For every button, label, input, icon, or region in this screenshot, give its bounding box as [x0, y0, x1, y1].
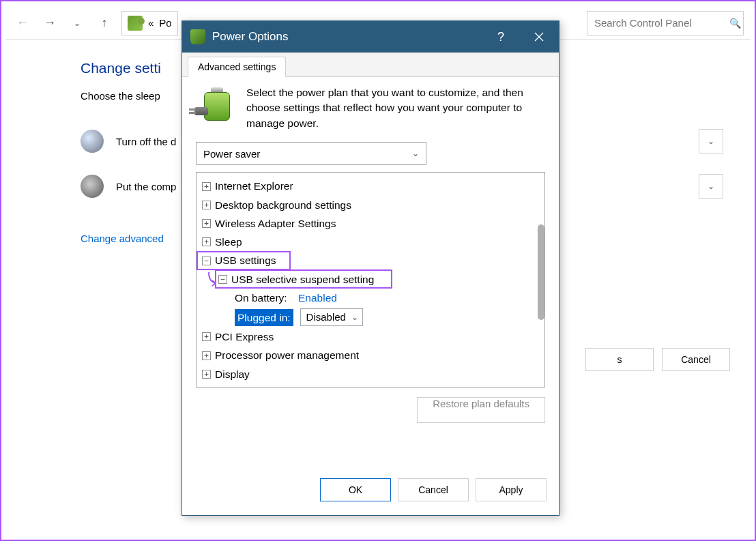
- display-icon: [81, 130, 104, 153]
- chevron-down-icon: ⌄: [412, 149, 419, 158]
- info-text: Select the power plan that you want to c…: [246, 85, 545, 131]
- tab-advanced[interactable]: Advanced settings: [188, 57, 286, 77]
- save-button[interactable]: s: [585, 348, 654, 371]
- dialog-title: Power Options: [212, 30, 478, 44]
- tree-item-usb[interactable]: USB settings: [202, 251, 543, 269]
- titlebar[interactable]: Power Options ?: [182, 21, 559, 53]
- close-button[interactable]: [523, 21, 555, 53]
- restore-row: Restore plan defaults: [196, 397, 545, 423]
- tree-item-plugged-in[interactable]: Plugged in: Disabled ⌄: [235, 307, 543, 327]
- expander-icon[interactable]: [202, 332, 211, 341]
- tree-item-processor[interactable]: Processor power management: [202, 346, 543, 364]
- power-plan-icon: [128, 16, 143, 31]
- dialog-cancel-button[interactable]: Cancel: [398, 478, 469, 501]
- expander-icon[interactable]: [202, 237, 211, 246]
- on-battery-value[interactable]: Enabled: [298, 290, 337, 306]
- moon-icon: [81, 175, 104, 198]
- tree-item-display[interactable]: Display: [202, 365, 543, 383]
- plugged-in-label: Plugged in:: [235, 309, 293, 326]
- settings-tree: Internet Explorer Desktop background set…: [196, 172, 545, 388]
- expander-icon[interactable]: [202, 182, 211, 191]
- display-dropdown[interactable]: ⌄: [699, 129, 723, 153]
- battery-icon: [190, 29, 205, 44]
- crumb-text: Po: [159, 17, 171, 29]
- plan-dropdown[interactable]: Power saver ⌄: [196, 142, 426, 165]
- expander-icon[interactable]: [202, 257, 211, 265]
- search-input[interactable]: [594, 17, 724, 29]
- dialog-body: Select the power plan that you want to c…: [182, 77, 559, 469]
- expander-icon[interactable]: [202, 201, 211, 209]
- apply-button[interactable]: Apply: [476, 478, 547, 501]
- tree-item-usb-selective[interactable]: USB selective suspend setting: [218, 270, 543, 289]
- search-box[interactable]: 🔍: [587, 11, 744, 35]
- address-bar[interactable]: « Po: [121, 11, 178, 35]
- info-row: Select the power plan that you want to c…: [196, 85, 545, 131]
- power-options-dialog: Power Options ? Advanced settings Select…: [181, 20, 559, 516]
- power-info-icon: [196, 85, 234, 123]
- tab-strip: Advanced settings: [182, 53, 559, 77]
- tree-item-pci[interactable]: PCI Express: [202, 327, 543, 346]
- close-icon: [534, 32, 544, 42]
- tree-item-sleep[interactable]: Sleep: [202, 233, 543, 251]
- crumb-prefix: «: [148, 17, 154, 29]
- cp-footer: s Cancel: [585, 348, 730, 371]
- help-button[interactable]: ?: [485, 21, 517, 53]
- expander-icon[interactable]: [202, 219, 211, 228]
- advanced-link[interactable]: Change advanced: [81, 233, 164, 244]
- expander-icon[interactable]: [202, 351, 211, 360]
- expander-icon[interactable]: [202, 370, 211, 379]
- expander-icon[interactable]: [218, 275, 227, 284]
- tree-item-on-battery[interactable]: On battery: Enabled: [235, 289, 543, 307]
- plugged-in-dropdown[interactable]: Disabled ⌄: [300, 308, 363, 326]
- tree-item-ie[interactable]: Internet Explorer: [202, 177, 543, 195]
- up-button[interactable]: ↑: [94, 13, 115, 33]
- ok-button[interactable]: OK: [320, 478, 391, 501]
- on-battery-label: On battery:: [235, 290, 287, 306]
- tree-item-desktop[interactable]: Desktop background settings: [202, 196, 543, 214]
- chevron-down-icon: ⌄: [351, 311, 358, 323]
- forward-button[interactable]: →: [40, 13, 60, 33]
- restore-defaults-button[interactable]: Restore plan defaults: [417, 397, 545, 423]
- search-icon[interactable]: 🔍: [729, 18, 741, 29]
- back-button[interactable]: ←: [12, 13, 33, 33]
- scrollbar[interactable]: [538, 224, 544, 320]
- cancel-button[interactable]: Cancel: [662, 348, 730, 371]
- sleep-dropdown[interactable]: ⌄: [699, 174, 723, 199]
- recent-dropdown[interactable]: ⌄: [67, 13, 87, 33]
- plan-value: Power saver: [203, 148, 260, 160]
- plugged-in-value: Disabled: [306, 310, 346, 325]
- tree-item-wireless[interactable]: Wireless Adapter Settings: [202, 214, 543, 233]
- dialog-footer: OK Cancel Apply: [182, 469, 559, 515]
